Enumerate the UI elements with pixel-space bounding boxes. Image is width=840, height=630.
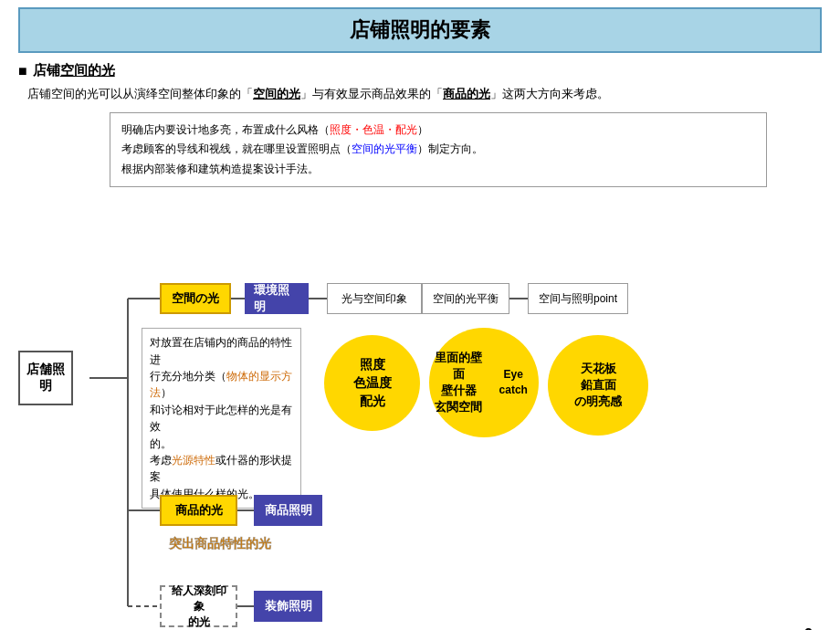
section-title: 店铺空间的光 <box>33 62 115 79</box>
space-light-box: 空間の光 <box>160 283 231 314</box>
title-bar: 店铺照明的要素 <box>18 7 822 53</box>
product-lighting-box: 商品照明 <box>254 495 322 526</box>
product-feature-text: 突出商品特性的光 <box>169 536 271 552</box>
connector-lines <box>9 200 831 630</box>
circle-wall: 里面的壁面壁什器玄関空間Eye catch <box>429 328 539 437</box>
ambient-lighting-box: 環境照明 <box>245 283 309 314</box>
product-light-box: 商品的光 <box>160 495 237 526</box>
description-text: 店铺空间的光可以从演绎空间整体印象的「空间的光」与有效显示商品效果的「商品的光」… <box>27 85 822 103</box>
product-light-description: 对放置在店铺内的商品的特性进 行充分地分类（物体的显示方法） 和讨论相对于此怎样… <box>142 328 301 509</box>
decorative-lighting-box: 装飾照明 <box>254 591 322 622</box>
lighting-point-box: 空间与照明point <box>528 283 628 314</box>
page-title: 店铺照明的要素 <box>38 16 802 44</box>
impression-light-box: 给人深刻印象的光 <box>160 585 237 627</box>
light-space-impression-box: 光与空间印象 <box>327 283 422 314</box>
page-number: 2 <box>804 626 813 630</box>
light-balance-box: 空间的光平衡 <box>422 283 509 314</box>
section-header: ■ 店铺空间的光 <box>18 62 822 79</box>
circle-ceiling: 天花板鉛直面の明亮感 <box>548 335 648 436</box>
circle-illuminance: 照度色温度配光 <box>324 335 420 431</box>
bullet-icon: ■ <box>18 63 27 79</box>
info-box: 明确店内要设计地多亮，布置成什么风格（照度・色温・配光） 考虑顾客的导线和视线，… <box>110 112 767 188</box>
main-diagram: 店舗照明 空間の光 環境照明 光与空间印象 空间的光平衡 空间与照明point … <box>9 200 831 630</box>
store-label: 店舗照明 <box>18 351 73 405</box>
